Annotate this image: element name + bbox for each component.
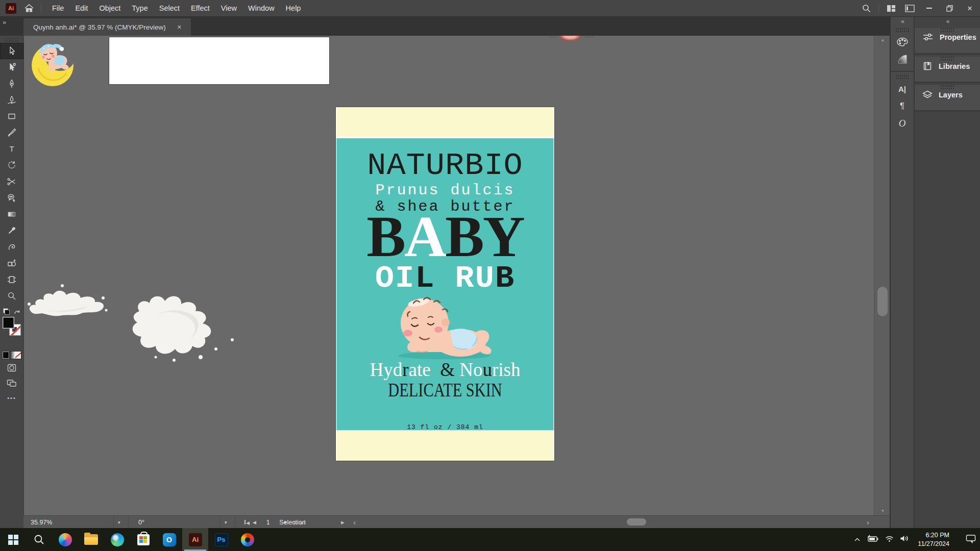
volume-button[interactable] bbox=[900, 535, 909, 544]
curvature-tool[interactable] bbox=[0, 92, 23, 108]
search-button[interactable] bbox=[857, 0, 875, 16]
menu-item[interactable]: File bbox=[46, 4, 69, 12]
default-fill-stroke-icon[interactable] bbox=[3, 308, 10, 315]
opentype-panel-button[interactable]: O bbox=[891, 115, 914, 132]
menu-item[interactable]: Window bbox=[242, 4, 280, 12]
vertical-scroll-thumb[interactable] bbox=[877, 287, 888, 316]
artboard-tool[interactable] bbox=[0, 271, 23, 288]
gradient-mode-button[interactable] bbox=[9, 352, 15, 359]
outlook-button[interactable]: O bbox=[156, 528, 182, 551]
photoshop-button[interactable]: Ps bbox=[208, 528, 234, 551]
menu-item[interactable]: Edit bbox=[69, 4, 93, 12]
start-button[interactable] bbox=[0, 528, 26, 551]
document-tab[interactable]: Quynh anh.ai* @ 35.97 % (CMYK/Preview) ✕ bbox=[23, 18, 191, 36]
scroll-right-icon[interactable]: › bbox=[867, 516, 869, 529]
document-layout-button[interactable] bbox=[900, 0, 919, 16]
paintbrush-tool[interactable] bbox=[0, 124, 23, 141]
scissors-tool[interactable] bbox=[0, 173, 23, 190]
none-mode-button[interactable] bbox=[15, 352, 21, 359]
white-rectangle-object[interactable] bbox=[109, 37, 329, 84]
menu-bar: FileEditObjectTypeSelectEffectViewWindow… bbox=[46, 4, 306, 12]
type-tool[interactable]: T bbox=[0, 141, 23, 157]
selection-tool[interactable] bbox=[0, 43, 23, 59]
menu-item[interactable]: Effect bbox=[185, 4, 215, 12]
panel-grip[interactable] bbox=[896, 75, 909, 79]
menu-item[interactable]: Help bbox=[280, 4, 307, 12]
zoom-dropdown[interactable]: ▾ bbox=[113, 516, 125, 529]
copilot-button[interactable] bbox=[52, 528, 78, 551]
shape-builder-tool[interactable] bbox=[0, 255, 23, 271]
expand-panels-icon[interactable]: » bbox=[3, 18, 5, 26]
properties-panel-tab[interactable]: Properties bbox=[915, 28, 980, 55]
minimize-button[interactable] bbox=[919, 0, 939, 16]
character-panel-button[interactable]: A| bbox=[891, 80, 914, 97]
panel-dock: « A| ¶ O « bbox=[890, 17, 980, 528]
illustrator-taskbar-button[interactable]: Ai bbox=[182, 528, 208, 551]
layers-panel-tab[interactable]: Layers bbox=[915, 85, 980, 112]
panel-grip[interactable] bbox=[896, 28, 909, 32]
direct-selection-tool[interactable] bbox=[0, 59, 23, 76]
taskbar-search-button[interactable] bbox=[26, 528, 52, 551]
collapse-icon-column[interactable]: « bbox=[891, 17, 914, 26]
menu-item[interactable]: Type bbox=[126, 4, 153, 12]
libraries-panel-tab[interactable]: Libraries bbox=[915, 57, 980, 83]
close-button[interactable]: ✕ bbox=[960, 0, 980, 16]
screen-mode-button[interactable] bbox=[0, 377, 23, 390]
menu-item[interactable]: View bbox=[215, 4, 242, 12]
drawing-modes-icon bbox=[7, 364, 16, 372]
edit-toolbar-button[interactable]: ••• bbox=[0, 395, 23, 401]
milk-splash-right[interactable] bbox=[124, 291, 247, 365]
rotation-dropdown[interactable]: ▾ bbox=[220, 516, 231, 529]
pen-tool[interactable] bbox=[0, 76, 23, 92]
letter: o bbox=[473, 359, 483, 380]
fill-color-swatch[interactable] bbox=[3, 317, 14, 329]
letter: a bbox=[409, 359, 417, 380]
eyedropper-tool[interactable] bbox=[0, 222, 23, 239]
color-mode-button[interactable] bbox=[3, 352, 9, 359]
rectangle-tool[interactable] bbox=[0, 108, 23, 124]
blend-tool[interactable] bbox=[0, 239, 23, 255]
status-play-icon[interactable]: ▶ bbox=[341, 516, 345, 529]
tray-chevron-button[interactable] bbox=[854, 535, 861, 544]
microsoft-365-button[interactable] bbox=[234, 528, 260, 551]
vertical-scrollbar[interactable]: ▲ ▼ bbox=[874, 36, 891, 515]
collapse-panel-column[interactable]: « bbox=[915, 17, 980, 26]
battery-button[interactable] bbox=[867, 535, 879, 544]
paragraph-panel-button[interactable]: ¶ bbox=[891, 97, 914, 115]
panel-grip[interactable] bbox=[5, 38, 18, 42]
drawing-modes-button[interactable] bbox=[0, 361, 23, 374]
horizontal-scroll-thumb[interactable] bbox=[627, 518, 646, 525]
scroll-left-icon[interactable]: ‹ bbox=[353, 516, 356, 529]
clipped-red-object[interactable] bbox=[560, 36, 580, 40]
artboard-baby-oil-label[interactable]: NATURBIO Prunus dulcis & shea butter BAB… bbox=[336, 107, 554, 461]
letter: N bbox=[459, 359, 473, 380]
taskbar-clock[interactable]: 6:20 PM 11/27/2024 bbox=[918, 531, 949, 548]
arrange-documents-button[interactable] bbox=[882, 0, 900, 16]
restore-button[interactable] bbox=[939, 0, 960, 16]
shaper-tool[interactable] bbox=[0, 190, 23, 206]
color-panel-button[interactable] bbox=[891, 33, 914, 51]
scroll-down-icon[interactable]: ▼ bbox=[874, 509, 891, 513]
baby-on-moon-illustration[interactable] bbox=[28, 37, 79, 87]
file-explorer-button[interactable] bbox=[78, 528, 104, 551]
edge-button[interactable] bbox=[104, 528, 130, 551]
menu-item[interactable]: Object bbox=[93, 4, 126, 12]
microsoft-store-button[interactable] bbox=[130, 528, 156, 551]
gradient-tool[interactable] bbox=[0, 206, 23, 222]
scroll-up-icon[interactable]: ▲ bbox=[874, 38, 891, 42]
notifications-button[interactable] bbox=[966, 534, 976, 545]
canvas[interactable]: NATURBIO Prunus dulcis & shea butter BAB… bbox=[23, 36, 874, 515]
tagline2-text: DELICATE SKIN bbox=[356, 379, 535, 401]
rotate-tool[interactable] bbox=[0, 157, 23, 173]
home-button[interactable] bbox=[24, 4, 34, 12]
zoom-level[interactable]: 35.97% bbox=[31, 516, 52, 529]
wifi-button[interactable] bbox=[885, 535, 894, 544]
swap-fill-stroke-icon[interactable] bbox=[14, 308, 20, 317]
zoom-tool[interactable] bbox=[0, 288, 23, 304]
tab-close-icon[interactable]: ✕ bbox=[177, 24, 182, 31]
gradient-panel-button[interactable] bbox=[891, 51, 914, 68]
milk-splash-left[interactable] bbox=[27, 280, 108, 328]
menu-item[interactable]: Select bbox=[154, 4, 185, 12]
gradient-panel-icon bbox=[897, 54, 908, 64]
rotation-value[interactable]: 0° bbox=[138, 516, 144, 529]
